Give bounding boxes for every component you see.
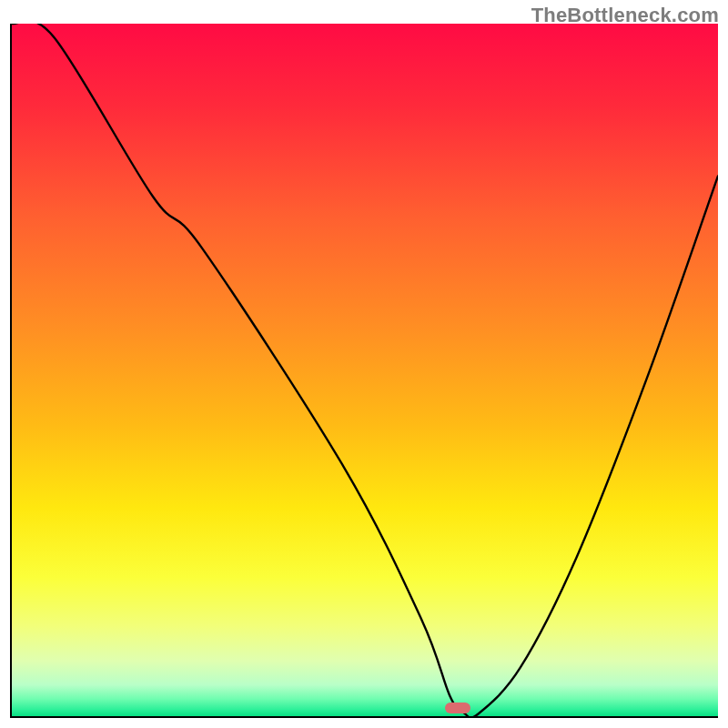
- gradient-background: [12, 24, 718, 716]
- plot-area: [10, 24, 718, 718]
- svg-rect-0: [12, 24, 718, 716]
- chart-container: TheBottleneck.com: [0, 0, 728, 728]
